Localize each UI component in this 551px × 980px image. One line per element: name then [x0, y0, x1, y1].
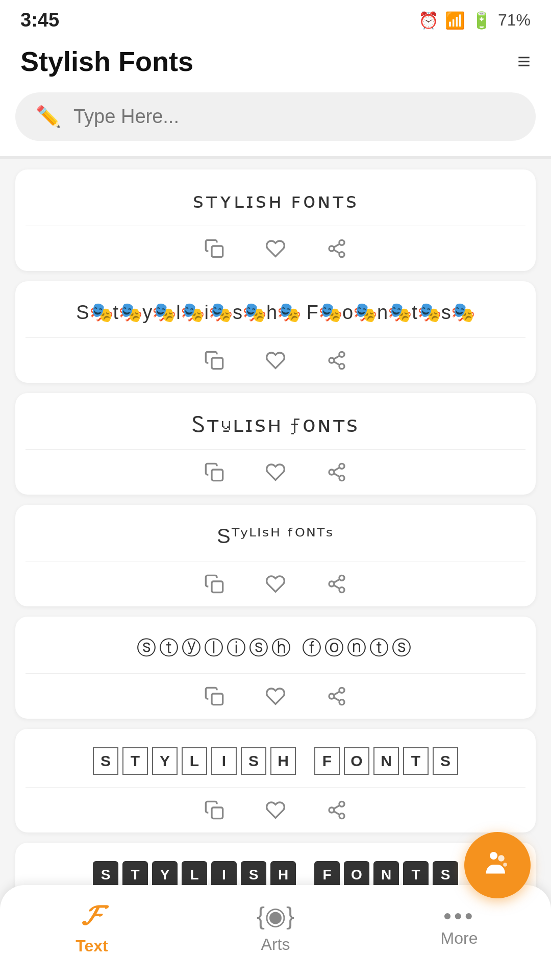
svg-line-16 [334, 474, 339, 477]
font-display-6: S T Y L I S H F O N T S [15, 729, 536, 787]
boxed-char: F [314, 747, 340, 775]
battery-percent: 71% [498, 11, 531, 30]
svg-point-33 [339, 814, 344, 819]
svg-point-19 [339, 575, 344, 580]
font-display-4: Sᵀʸᴸᴵˢᴴ ᶠᴼᴺᵀˢ [15, 505, 536, 561]
svg-point-15 [339, 476, 344, 481]
dark-boxed-char: F [314, 861, 340, 889]
like-button-5[interactable] [265, 686, 286, 706]
fab-button[interactable] [464, 832, 531, 898]
edit-icon: ✏️ [36, 105, 61, 129]
battery-icon: 🔋 [471, 11, 492, 30]
nav-item-more[interactable]: ●●● More [418, 908, 500, 948]
copy-button-3[interactable] [204, 462, 224, 482]
dark-boxed-char: L [182, 861, 207, 889]
copy-button-5[interactable] [204, 686, 224, 706]
svg-point-2 [329, 246, 334, 251]
like-button-1[interactable] [265, 238, 286, 259]
font-card-5: ⓢⓣⓨⓛⓘⓢⓗ ⓕⓞⓝⓣⓢ [15, 617, 536, 719]
like-button-3[interactable] [265, 462, 286, 482]
arts-nav-label: Arts [261, 935, 290, 954]
svg-point-7 [339, 352, 344, 357]
share-button-6[interactable] [327, 800, 347, 820]
svg-point-3 [339, 252, 344, 257]
font-actions-1 [15, 226, 536, 271]
arts-nav-icon: {◉} [257, 901, 294, 930]
svg-point-27 [339, 700, 344, 705]
filter-icon[interactable]: ≡ [517, 48, 531, 74]
like-button-6[interactable] [265, 800, 286, 820]
space [300, 747, 310, 775]
like-button-2[interactable] [265, 350, 286, 371]
svg-point-14 [329, 470, 334, 475]
share-button-3[interactable] [327, 462, 347, 482]
alarm-icon: ⏰ [418, 11, 439, 30]
boxed-char: S [433, 747, 458, 775]
svg-line-17 [334, 468, 339, 471]
svg-point-26 [329, 694, 334, 699]
boxed-char: Y [152, 747, 178, 775]
copy-button-2[interactable] [204, 350, 224, 371]
svg-line-22 [334, 585, 339, 589]
font-actions-2 [15, 338, 536, 383]
svg-point-37 [498, 855, 505, 862]
bottom-nav: 𝓕 Text {◉} Arts ●●● More [0, 885, 551, 980]
boxed-char: N [373, 747, 399, 775]
font-display-1: ꜱᴛʏʟɪꜱʜ ꜰᴏɴᴛꜱ [15, 169, 536, 226]
font-actions-6 [15, 788, 536, 832]
boxed-char: T [403, 747, 429, 775]
svg-rect-30 [212, 807, 223, 819]
svg-point-32 [329, 807, 334, 813]
more-nav-label: More [441, 929, 478, 948]
svg-line-10 [334, 362, 339, 365]
search-input[interactable] [73, 106, 515, 128]
font-card-6: S T Y L I S H F O N T S [15, 729, 536, 832]
svg-line-35 [334, 805, 339, 809]
boxed-char: S [93, 747, 118, 775]
fab-icon [482, 847, 513, 884]
svg-point-25 [339, 688, 344, 693]
svg-rect-12 [212, 470, 223, 481]
share-button-2[interactable] [327, 350, 347, 371]
share-button-4[interactable] [327, 574, 347, 594]
font-display-5: ⓢⓣⓨⓛⓘⓢⓗ ⓕⓞⓝⓣⓢ [15, 617, 536, 673]
dark-boxed-char: T [403, 861, 429, 889]
svg-point-9 [339, 364, 344, 369]
dark-boxed-char: N [373, 861, 399, 889]
boxed-char: S [241, 747, 266, 775]
boxed-char: L [182, 747, 207, 775]
svg-line-4 [334, 250, 339, 254]
page-title: Stylish Fonts [20, 45, 193, 77]
nav-item-arts[interactable]: {◉} Arts [235, 901, 316, 954]
font-card-3: Ꮪᴛꭹʟɪꜱʜ Ꞙᴏɴᴛꜱ [15, 393, 536, 495]
svg-point-1 [339, 240, 344, 245]
svg-line-5 [334, 244, 339, 248]
font-card-2: S🎭t🎭y🎭l🎭i🎭s🎭h🎭 F🎭o🎭n🎭t🎭s🎭 [15, 281, 536, 383]
svg-rect-0 [212, 246, 223, 257]
nav-item-text[interactable]: 𝓕 Text [51, 899, 133, 955]
boxed-char: I [211, 747, 237, 775]
dark-boxed-char: S [241, 861, 266, 889]
copy-button-1[interactable] [204, 238, 224, 259]
dark-boxed-char: S [93, 861, 118, 889]
share-button-5[interactable] [327, 686, 347, 706]
svg-line-28 [334, 698, 339, 701]
search-bar: ✏️ [15, 92, 536, 141]
svg-point-13 [339, 463, 344, 469]
svg-line-29 [334, 692, 339, 695]
status-icons: ⏰ 📶 🔋 71% [418, 11, 531, 30]
boxed-char: T [122, 747, 148, 775]
font-display-2: S🎭t🎭y🎭l🎭i🎭s🎭h🎭 F🎭o🎭n🎭t🎭s🎭 [15, 281, 536, 337]
svg-rect-24 [212, 694, 223, 705]
svg-point-8 [329, 358, 334, 363]
bottom-nav-area: 𝓕 Text {◉} Arts ●●● More [0, 885, 551, 980]
dark-boxed-char: H [270, 861, 296, 889]
font-actions-3 [15, 450, 536, 495]
like-button-4[interactable] [265, 574, 286, 594]
copy-button-4[interactable] [204, 574, 224, 594]
svg-rect-6 [212, 358, 223, 369]
copy-button-6[interactable] [204, 800, 224, 820]
dark-boxed-text-display: S T Y L I S H F O N T S [93, 861, 458, 889]
text-nav-label: Text [76, 937, 108, 955]
share-button-1[interactable] [327, 238, 347, 259]
